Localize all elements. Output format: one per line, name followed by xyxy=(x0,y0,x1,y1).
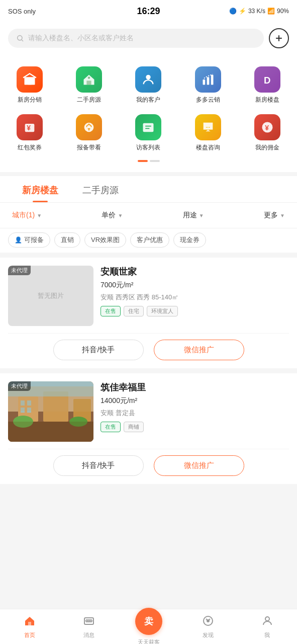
wifi-icon: 📶 xyxy=(267,8,275,15)
svg-rect-10 xyxy=(207,77,209,85)
listing-inner-2: 未代理 筑佳幸福里 14000元/m² 安顺 普定县 在售 商铺 xyxy=(8,381,289,442)
svg-point-8 xyxy=(146,75,151,79)
dot-2 xyxy=(150,160,160,162)
search-bar[interactable]: 请输入楼盘名、小区名或客户姓名 xyxy=(8,29,264,48)
tag-zhixiao-label: 直销 xyxy=(61,235,74,245)
tag-xianjin[interactable]: 现金券 xyxy=(173,232,206,248)
filter-price-arrow: ▼ xyxy=(118,213,123,218)
signal-text: 🔵 xyxy=(229,8,237,15)
plus-icon xyxy=(274,33,284,43)
nav-discover[interactable]: 发现 xyxy=(178,612,238,642)
add-button[interactable] xyxy=(269,28,289,48)
filter-more[interactable]: 更多 ▼ xyxy=(260,208,289,223)
listings-section: 暂无图片 未代理 安顺世家 7000元/m² 安顺 西秀区 西秀 85-140㎡… xyxy=(0,253,297,494)
svg-rect-35 xyxy=(28,622,31,625)
status-bar: SOS only 16:29 🔵 ⚡ 33 K/s 📶 90% xyxy=(0,0,297,22)
tab-xinfang[interactable]: 新房楼盘 xyxy=(10,176,70,202)
filter-more-label: 更多 xyxy=(264,211,278,220)
menu-label-zixun: 楼盘咨询 xyxy=(196,143,220,152)
svg-rect-11 xyxy=(211,75,214,85)
svg-text:¥: ¥ xyxy=(27,124,31,132)
fangke-icon xyxy=(135,114,161,140)
listing-title-1: 安顺世家 xyxy=(101,266,289,278)
nav-center-label: 天天获客 xyxy=(138,638,160,645)
menu-item-zixun[interactable]: ... 楼盘咨询 xyxy=(178,110,238,158)
status-sos: SOS only xyxy=(8,8,36,15)
menu-item-yongjin[interactable]: ¥ 我的佣金 xyxy=(238,110,297,158)
nav-home[interactable]: 首页 xyxy=(0,612,59,642)
menu-label-baobei: 报备带看 xyxy=(77,143,101,152)
nav-message-label: 消息 xyxy=(83,631,94,639)
nav-center-icon: 卖 xyxy=(144,615,153,627)
tag-shangpu: 商铺 xyxy=(124,422,144,432)
nav-center-btn[interactable]: 卖 xyxy=(135,608,162,635)
menu-item-baobei[interactable]: 报备带看 xyxy=(59,110,119,158)
tag-zhixiao[interactable]: 直销 xyxy=(54,232,80,248)
btn-weixin-1[interactable]: 微信推广 xyxy=(154,340,244,360)
nav-message[interactable]: 消息 xyxy=(59,612,119,642)
wode-icon xyxy=(135,66,161,93)
listing-actions-2: 抖音/快手 微信推广 xyxy=(8,449,289,476)
btn-douyin-1[interactable]: 抖音/快手 xyxy=(53,340,144,360)
svg-point-33 xyxy=(69,417,87,427)
listing-title-2: 筑佳幸福里 xyxy=(101,381,289,393)
tag-youhui[interactable]: 客户优惠 xyxy=(130,232,169,248)
nav-profile-label: 我 xyxy=(264,631,270,639)
message-nav-icon xyxy=(83,615,95,630)
filter-price[interactable]: 单价 ▼ xyxy=(97,208,127,223)
no-photo-text: 暂无图片 xyxy=(38,291,64,300)
menu-item-wode[interactable]: 我的客户 xyxy=(119,62,178,110)
tag-vr[interactable]: VR效果图 xyxy=(84,232,126,248)
menu-label-louban: 新房楼盘 xyxy=(255,96,279,104)
svg-rect-25 xyxy=(43,391,68,422)
filter-city-arrow: ▼ xyxy=(37,213,42,218)
svg-rect-6 xyxy=(87,80,91,85)
tags-row: 👤 可报备 直销 VR效果图 客户优惠 现金券 xyxy=(0,228,297,253)
filter-use-label: 用途 xyxy=(183,211,197,220)
btn-weixin-2[interactable]: 微信推广 xyxy=(154,455,244,476)
menu-item-louban[interactable]: D 新房楼盘 xyxy=(238,62,297,110)
filter-city-label: 城市(1) xyxy=(12,211,35,220)
listing-actions-1: 抖音/快手 微信推广 xyxy=(8,333,289,360)
svg-text:D: D xyxy=(264,75,270,86)
menu-grid-row2: ¥ 红包奖券 报备带看 访客列表 ... 楼盘咨询 ¥ 我的佣金 xyxy=(0,110,297,158)
tag-kebao[interactable]: 👤 可报备 xyxy=(8,232,50,248)
search-placeholder: 请输入楼盘名、小区名或客户姓名 xyxy=(28,34,134,43)
filter-row: 城市(1) ▼ 单价 ▼ 用途 ▼ 更多 ▼ xyxy=(8,208,289,223)
listing-tags-2: 在售 商铺 xyxy=(101,422,289,432)
menu-item-ershou[interactable]: 二手房源 xyxy=(59,62,119,110)
listing-badge-1: 未代理 xyxy=(8,266,31,275)
menu-grid-row1: 新房分销 二手房源 我的客户 多多云销 D 新房楼盘 xyxy=(0,62,297,110)
tag-zaoshou-2: 在售 xyxy=(101,422,121,432)
svg-line-1 xyxy=(22,40,23,41)
menu-item-fangke[interactable]: 访客列表 xyxy=(119,110,178,158)
status-right: 🔵 ⚡ 33 K/s 📶 90% xyxy=(229,8,289,15)
menu-item-xinfang[interactable]: 新房分销 xyxy=(0,62,59,110)
person-icon: 👤 xyxy=(15,236,22,244)
btn-douyin-2[interactable]: 抖音/快手 xyxy=(53,455,144,476)
filter-use[interactable]: 用途 ▼ xyxy=(179,208,208,223)
bottom-nav: 首页 消息 卖 天天获客 发现 我 xyxy=(0,609,297,644)
menu-item-duoduo[interactable]: 多多云销 xyxy=(178,62,238,110)
menu-section: 新房分销 二手房源 我的客户 多多云销 D 新房楼盘 xyxy=(0,54,297,172)
svg-point-42 xyxy=(265,617,269,621)
nav-center[interactable]: 卖 天天获客 xyxy=(119,605,178,645)
svg-point-38 xyxy=(90,620,92,622)
tag-xianjin-label: 现金券 xyxy=(180,235,200,245)
tag-huanjing: 环境宜人 xyxy=(147,306,178,316)
listing-card-2: 未代理 筑佳幸福里 14000元/m² 安顺 普定县 在售 商铺 抖音/快手 微… xyxy=(0,373,297,484)
svg-point-0 xyxy=(18,36,22,40)
tag-vr-label: VR效果图 xyxy=(91,235,120,245)
svg-rect-29 xyxy=(21,408,25,413)
filter-more-arrow: ▼ xyxy=(280,213,285,218)
menu-item-hongbao[interactable]: ¥ 红包奖券 xyxy=(0,110,59,158)
discover-nav-icon xyxy=(202,615,214,630)
svg-point-32 xyxy=(13,416,33,428)
tag-youhui-label: 客户优惠 xyxy=(137,235,163,245)
nav-profile[interactable]: 我 xyxy=(238,612,297,642)
home-nav-icon xyxy=(24,615,36,630)
profile-nav-icon xyxy=(261,615,273,630)
filter-city[interactable]: 城市(1) ▼ xyxy=(8,208,46,223)
tab-ershou[interactable]: 二手房源 xyxy=(70,176,131,202)
listing-price-1: 7000元/m² xyxy=(101,281,289,290)
